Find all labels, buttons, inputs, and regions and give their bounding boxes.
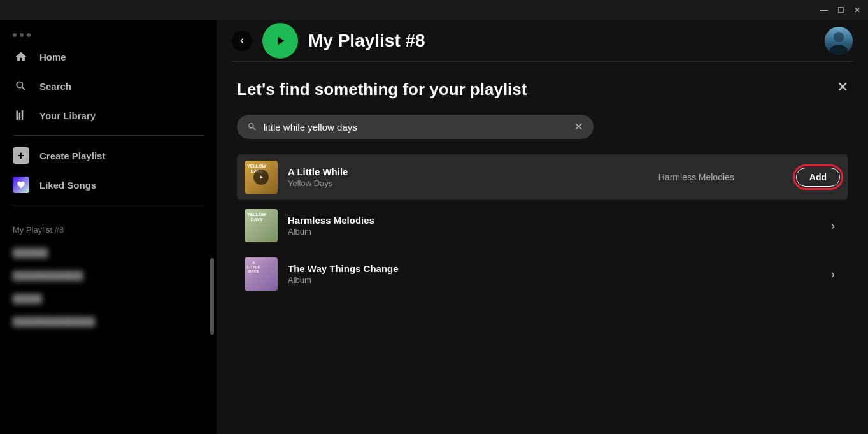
dot-2 — [20, 33, 24, 37]
avatar-image — [825, 27, 853, 55]
thumb-label-2: YELLOWDAYS — [246, 211, 267, 224]
play-button[interactable] — [262, 23, 298, 59]
back-button[interactable] — [232, 31, 252, 51]
search-input[interactable] — [264, 122, 567, 133]
title-bar: — ☐ ✕ — [0, 0, 868, 20]
liked-songs-label: Liked Songs — [39, 180, 96, 191]
sidebar-divider-2 — [13, 205, 204, 205]
scrollbar-track[interactable] — [210, 215, 214, 429]
thumb-label-3: ALITTLEDAYS — [246, 259, 261, 276]
liked-songs-icon — [13, 177, 29, 193]
album-2-type: Album — [288, 275, 816, 285]
sidebar: Home Search Your Library + Create Playli… — [0, 20, 217, 434]
dot-3 — [27, 33, 31, 37]
search-icon — [247, 122, 257, 132]
panel-title: Let's find something for your playlist — [237, 80, 848, 99]
album-1-thumbnail: YELLOWDAYS — [245, 209, 278, 242]
album-2-name: The Way Things Change — [288, 263, 816, 274]
list-item[interactable]: ██████████████ — [0, 310, 217, 333]
track-name: A Little While — [288, 166, 648, 177]
close-button[interactable]: ✕ — [851, 4, 863, 16]
sidebar-divider-1 — [13, 135, 204, 136]
album-2-thumbnail: ALITTLEDAYS — [245, 257, 278, 291]
album-2-chevron[interactable]: › — [826, 263, 840, 286]
window-controls: — ☐ ✕ — [818, 4, 863, 16]
svg-rect-1 — [19, 113, 21, 120]
track-artist: Yellow Days — [288, 178, 648, 188]
sidebar-item-liked-songs[interactable]: Liked Songs — [0, 170, 217, 199]
sidebar-item-search-label: Search — [39, 81, 71, 92]
home-icon — [13, 48, 29, 65]
album-1-type: Album — [288, 227, 816, 236]
main-content: My Playlist #8 — [217, 20, 868, 434]
track-thumbnail: YELLOWDAYS — [245, 161, 278, 194]
album-2-info: The Way Things Change Album — [288, 263, 816, 285]
sidebar-playlist-list: My Playlist #8 ██████ ████████████ █████… — [0, 215, 217, 335]
maximize-button[interactable]: ☐ — [835, 4, 846, 16]
search-clear-button[interactable]: ✕ — [574, 121, 583, 133]
search-nav-icon — [13, 78, 29, 94]
search-result-album-2[interactable]: ALITTLEDAYS The Way Things Change Album … — [237, 251, 848, 297]
sidebar-item-home[interactable]: Home — [0, 42, 217, 71]
create-playlist-icon: + — [13, 147, 29, 164]
app-body: Home Search Your Library + Create Playli… — [0, 20, 868, 434]
sidebar-dots — [0, 25, 217, 42]
search-result-track[interactable]: YELLOWDAYS A Little While Yellow Days Ha… — [237, 154, 848, 200]
add-track-button[interactable]: Add — [796, 168, 840, 187]
sidebar-item-search[interactable]: Search — [0, 71, 217, 101]
play-overlay — [253, 170, 269, 185]
sidebar-item-create-playlist[interactable]: + Create Playlist — [0, 141, 217, 170]
list-item[interactable]: █████ — [0, 287, 217, 310]
album-1-chevron[interactable]: › — [826, 214, 840, 238]
album-1-info: Harmless Melodies Album — [288, 215, 816, 236]
list-item[interactable]: ████████████ — [0, 264, 217, 287]
search-panel: Let's find something for your playlist ✕… — [217, 62, 868, 434]
dot-1 — [13, 33, 17, 37]
album-1-name: Harmless Melodies — [288, 215, 816, 226]
library-icon — [13, 107, 29, 124]
track-album: Harmless Melodies — [658, 172, 786, 182]
svg-rect-0 — [17, 111, 18, 120]
sidebar-item-library-label: Your Library — [39, 110, 96, 121]
sidebar-item-library[interactable]: Your Library — [0, 101, 217, 130]
scrollbar-thumb[interactable] — [210, 258, 214, 335]
search-bar: ✕ — [237, 115, 594, 139]
top-bar: My Playlist #8 — [217, 20, 868, 61]
sidebar-item-home-label: Home — [39, 52, 66, 62]
svg-point-4 — [834, 32, 844, 42]
minimize-button[interactable]: — — [818, 4, 830, 16]
search-result-album-1[interactable]: YELLOWDAYS Harmless Melodies Album › — [237, 203, 848, 249]
svg-rect-2 — [22, 110, 24, 120]
playlist-title: My Playlist #8 — [308, 31, 815, 51]
list-item[interactable]: ██████ — [0, 241, 217, 264]
track-info: A Little While Yellow Days — [288, 166, 648, 188]
user-avatar[interactable] — [825, 27, 853, 55]
create-playlist-label: Create Playlist — [39, 150, 105, 161]
sidebar-playlist-title[interactable]: My Playlist #8 — [0, 218, 217, 241]
close-panel-button[interactable]: ✕ — [832, 77, 853, 98]
sidebar-scroll-area: My Playlist #8 ██████ ████████████ █████… — [0, 215, 217, 429]
